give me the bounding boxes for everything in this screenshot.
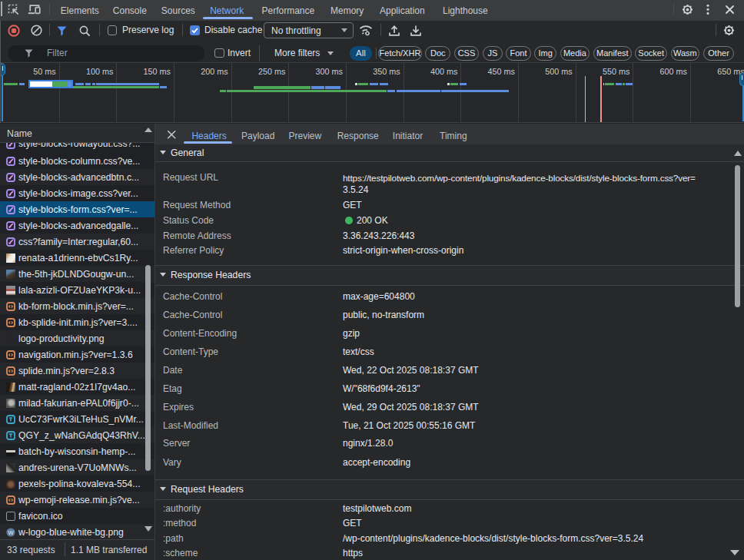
- svg-text:W: W: [8, 529, 14, 535]
